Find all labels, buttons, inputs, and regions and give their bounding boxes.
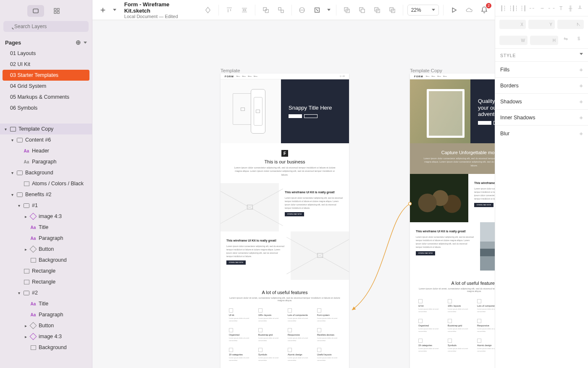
preview-button[interactable] <box>448 4 460 16</box>
disclosure-icon[interactable] <box>17 203 21 208</box>
add-style-icon[interactable]: + <box>579 130 583 137</box>
feature-icon <box>288 328 292 332</box>
align-bottom-icon[interactable]: ╴╶ <box>548 4 556 13</box>
scale-more-icon[interactable] <box>326 4 332 16</box>
insert-button[interactable] <box>97 4 109 16</box>
distribute-button[interactable] <box>238 4 251 16</box>
components-view-button[interactable] <box>48 5 65 17</box>
artboard[interactable]: FORMMenuMenuMenuMenu⚲ ≡ ☰Snappy Title He… <box>220 74 349 368</box>
artboard-label[interactable]: Template Copy <box>410 68 442 73</box>
style-section[interactable]: Blur+ <box>495 125 588 141</box>
align-top-button[interactable] <box>223 4 236 16</box>
layer-row[interactable]: Content #6 <box>0 134 92 145</box>
layers-view-button[interactable] <box>27 5 44 17</box>
create-symbol-button[interactable] <box>202 4 214 16</box>
layer-label: Paragraph <box>39 312 63 318</box>
zoom-select[interactable]: 22% <box>407 5 439 16</box>
pages-list: 01 Layouts02 UI Kit03 Starter Templates0… <box>0 48 92 113</box>
x-field[interactable]: X <box>499 20 526 29</box>
mask-button[interactable] <box>296 4 309 16</box>
subtract-button[interactable] <box>356 4 368 16</box>
layer-row[interactable]: Button <box>0 320 92 331</box>
artboard-label[interactable]: Template <box>220 68 240 73</box>
align-top-icon[interactable]: ╴╴ <box>529 4 537 13</box>
difference-button[interactable] <box>386 4 399 16</box>
style-section[interactable]: Borders+ <box>495 77 588 93</box>
y-field[interactable]: Y <box>528 20 555 29</box>
layer-row[interactable]: AaParagraph <box>0 233 92 244</box>
layer-row[interactable]: Background <box>0 342 92 353</box>
align-text-icon[interactable]: T <box>557 4 565 13</box>
layer-row[interactable]: AaParagraph <box>0 156 92 167</box>
w-field[interactable]: W <box>499 36 528 45</box>
disclosure-icon[interactable] <box>24 323 28 328</box>
benefit-button: DOWNLOAD NOW <box>474 203 494 207</box>
layer-row[interactable]: AaTitle <box>0 222 92 233</box>
style-collapse-icon[interactable] <box>580 53 583 55</box>
notifications-button[interactable]: 2 <box>478 4 491 16</box>
layer-row[interactable]: Template Copy <box>0 124 92 134</box>
layer-row[interactable]: Rectangle <box>0 276 92 287</box>
page-item[interactable]: 03 Starter Templates <box>3 70 89 81</box>
align-center-v-icon[interactable]: ╶╴ <box>538 4 546 13</box>
add-style-icon[interactable]: + <box>579 98 583 105</box>
hero-button-primary <box>289 114 302 118</box>
ungroup-button[interactable] <box>275 4 287 16</box>
artboard[interactable]: FORMMenuMenuMenuMenu⚲ ≡ ☰Quality videos … <box>410 74 495 368</box>
page-item[interactable]: 06 Symbols <box>0 103 92 113</box>
layer-row[interactable]: Background <box>0 255 92 265</box>
disclosure-icon[interactable] <box>3 127 8 131</box>
disclosure-icon[interactable] <box>24 247 28 252</box>
layer-row[interactable]: #2 <box>0 287 92 298</box>
page-item[interactable]: 05 Markups & Comments <box>0 92 92 103</box>
canvas[interactable]: TemplateFORMMenuMenuMenuMenu⚲ ≡ ☰Snappy … <box>92 20 495 368</box>
layer-row[interactable]: #1 <box>0 200 92 211</box>
align-line-icon[interactable]: ╫ <box>567 4 575 13</box>
feature-label: UI kit <box>418 305 442 307</box>
layer-row[interactable]: AaParagraph <box>0 309 92 320</box>
style-section[interactable]: Shadows+ <box>495 93 588 109</box>
flip-v-icon[interactable]: ⥮ <box>574 36 584 45</box>
add-page-icon[interactable]: ⊕ <box>76 39 81 46</box>
union-button[interactable] <box>341 4 353 16</box>
layer-row[interactable]: AaHeader <box>0 145 92 156</box>
angle-field[interactable] <box>557 20 584 29</box>
style-section[interactable]: Fills+ <box>495 61 588 77</box>
disclosure-icon[interactable] <box>17 291 21 295</box>
layer-search-input[interactable] <box>3 21 89 32</box>
feature-icon <box>418 319 423 323</box>
layer-row[interactable]: Benefits #2 <box>0 189 92 200</box>
layer-row[interactable]: Rectangle <box>0 265 92 276</box>
layer-row[interactable]: image 4:3 <box>0 331 92 342</box>
page-item[interactable]: 01 Layouts <box>0 48 92 59</box>
disclosure-icon[interactable] <box>24 214 28 219</box>
layer-row[interactable]: AaTitle <box>0 298 92 309</box>
group-button[interactable] <box>260 4 272 16</box>
feature-label: Rectilize devices <box>317 334 341 336</box>
add-style-icon[interactable]: + <box>579 66 583 73</box>
h-field[interactable]: H <box>530 36 558 45</box>
insert-more-icon[interactable] <box>112 4 118 16</box>
page-item[interactable]: 04 Grid System <box>0 81 92 92</box>
layer-row[interactable]: Atoms / Colors / Black <box>0 178 92 189</box>
flip-h-icon[interactable]: ⇋ <box>561 36 571 45</box>
scale-button[interactable] <box>311 4 323 16</box>
disclosure-icon[interactable] <box>10 138 14 142</box>
align-center-h-icon[interactable]: ┆┃┆ <box>509 4 518 13</box>
layer-row[interactable]: Button <box>0 244 92 255</box>
align-left-icon[interactable]: ┃┆ <box>499 4 507 13</box>
disclosure-icon[interactable] <box>10 192 14 197</box>
pages-collapse-icon[interactable] <box>84 42 87 44</box>
align-right-icon[interactable]: ┆┃ <box>520 4 528 13</box>
page-item[interactable]: 02 UI Kit <box>0 59 92 70</box>
layer-row[interactable]: Background <box>0 167 92 178</box>
add-style-icon[interactable]: + <box>579 114 583 121</box>
disclosure-icon[interactable] <box>24 334 28 339</box>
add-style-icon[interactable]: + <box>579 82 583 89</box>
intersect-button[interactable] <box>371 4 383 16</box>
layer-row[interactable]: image 4:3 <box>0 211 92 222</box>
cloud-button[interactable] <box>463 4 475 16</box>
style-section[interactable]: Inner Shadows+ <box>495 109 588 125</box>
align-last-icon[interactable]: ╨ <box>576 4 584 13</box>
disclosure-icon[interactable] <box>10 171 14 175</box>
